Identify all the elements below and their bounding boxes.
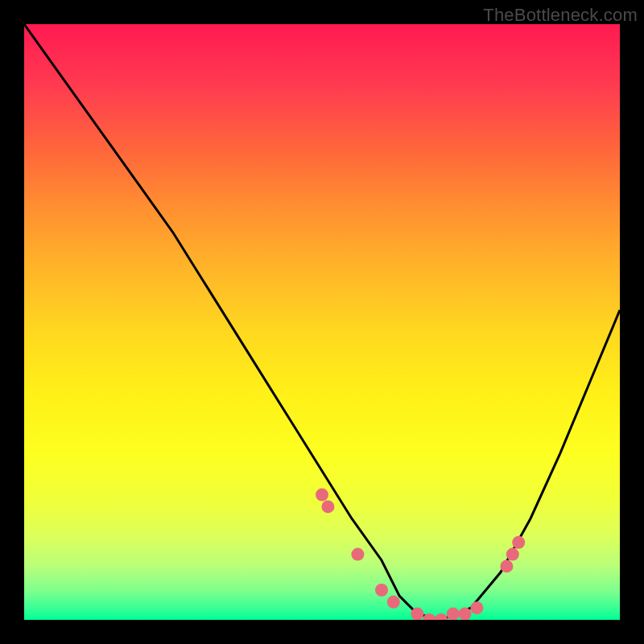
marker-point: [351, 548, 364, 561]
highlight-markers: [316, 489, 525, 620]
marker-point: [321, 500, 334, 513]
plot-area: [24, 24, 620, 620]
watermark-text: TheBottleneck.com: [483, 5, 638, 26]
chart-container: TheBottleneck.com: [0, 0, 644, 644]
marker-point: [435, 613, 448, 620]
marker-point: [411, 608, 423, 620]
marker-point: [459, 608, 472, 620]
marker-point: [506, 548, 519, 561]
marker-point: [470, 601, 483, 614]
marker-point: [387, 596, 400, 609]
marker-point: [375, 584, 388, 597]
bottleneck-curve: [24, 24, 620, 620]
marker-point: [423, 613, 436, 620]
marker-point: [512, 536, 525, 549]
marker-point: [447, 608, 460, 620]
chart-svg: [24, 24, 620, 620]
marker-point: [500, 559, 513, 572]
marker-point: [316, 489, 328, 502]
